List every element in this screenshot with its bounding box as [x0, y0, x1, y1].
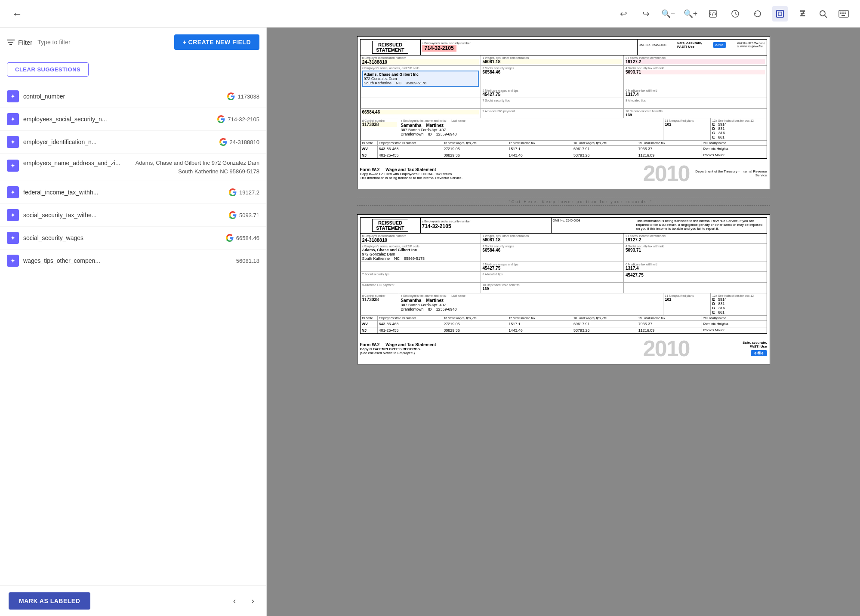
field-name: wages_tips_other_compen... — [23, 257, 231, 264]
treasury-label: Department of the Treasury—Internal Reve… — [690, 169, 767, 177]
box4-value: 5093.71 — [626, 70, 765, 74]
field-item-federal-tax[interactable]: ✦ federal_income_tax_withh... 19127.2 — [0, 181, 266, 204]
field-name: employers_name_address_and_zi... — [23, 159, 125, 168]
box6-value: 1317.4 — [626, 92, 765, 97]
clear-suggestions-button[interactable]: CLEAR SUGGESTIONS — [7, 62, 89, 77]
row-ein: b Employer identification number 24-3188… — [360, 55, 767, 66]
filter-icon — [7, 39, 15, 45]
ein-cell-2: b Employer identification number 24-3188… — [361, 234, 481, 243]
svg-rect-13 — [842, 15, 845, 16]
svg-line-5 — [825, 15, 827, 18]
field-item-wages[interactable]: ✦ wages_tips_other_compen... 56081.18 — [0, 249, 266, 272]
svg-rect-3 — [778, 12, 782, 15]
local-tax1-2: 7935.37 — [637, 321, 702, 327]
employee-name-cell: e Employee's first name and initial Last… — [399, 118, 663, 140]
locality1-2: Dominic Heights — [702, 321, 767, 327]
reissued-box-2: REISSUEDSTATEMENT — [361, 218, 421, 233]
redo-button[interactable]: ↪ — [638, 6, 653, 22]
field-value: 1173038 — [227, 92, 259, 100]
local-wages1-2: 69617.91 — [572, 321, 637, 327]
employee-city-2: Brandontown ID 12359-6940 — [401, 307, 661, 311]
employee-name-2: Samantha Martinez — [401, 298, 661, 303]
select-button[interactable] — [772, 6, 788, 22]
local-wages2: 53793.26 — [572, 152, 637, 158]
w2-2-row-medicare: 5 Medicare wages and tips 45427.75 6 Med… — [360, 262, 767, 272]
refresh-button[interactable] — [750, 6, 765, 22]
local-wages1: 69617.91 — [572, 146, 637, 152]
box11-cell: 11 Nonqualified plans 102 — [663, 118, 711, 140]
box6-cell: 6 Medicare tax withheld 1317.4 — [624, 88, 767, 98]
prev-button[interactable]: ‹ — [230, 592, 240, 609]
field-item-ein[interactable]: ✦ employer_identification_n... 24-318881… — [0, 131, 266, 154]
back-button[interactable]: ← — [9, 4, 26, 23]
field-item-ss-wages[interactable]: ✦ social_security_wages 66584.46 — [0, 227, 266, 249]
field-icon-star: ✦ — [7, 186, 19, 198]
code-button[interactable] — [705, 6, 721, 22]
field-item-ssn[interactable]: ✦ employees_social_security_n... 714-32-… — [0, 108, 266, 131]
row-ss-tips: 7 Social security tips 8 Allocated tips — [360, 98, 767, 109]
box7-cell: 7 Social security tips — [481, 98, 624, 108]
ein-cell: b Employer identification number 24-3188… — [361, 55, 481, 65]
field-icon-star: ✦ — [7, 90, 19, 102]
box6-cell-2: 6 Medicare tax withheld 1317.4 — [624, 262, 767, 271]
next-button[interactable]: › — [248, 592, 258, 609]
efile-badge-2: e•file — [751, 350, 767, 356]
field-icon-star: ✦ — [7, 113, 19, 125]
toolbar-right — [815, 6, 851, 22]
spacer-cell2 — [361, 98, 481, 108]
field-item-control-number[interactable]: ✦ control_number 1173038 — [0, 85, 266, 108]
local-wages-label-2: 18 Local wages, tips, etc. — [572, 316, 637, 320]
google-icon — [227, 92, 235, 100]
mark-labeled-button[interactable]: MARK AS LABELED — [9, 592, 90, 610]
box11-value-2: 102 — [665, 297, 672, 302]
box2-cell-2: 2 Federal income tax withheld 19127.2 — [624, 234, 767, 243]
ssn-header-cell: a Employee's social security number 714-… — [421, 40, 638, 55]
box5-cell: 5 Medicare wages and tips 45427.75 — [481, 88, 624, 98]
filter-text: Filter — [18, 39, 32, 46]
local-tax2-2: 11216.09 — [637, 327, 702, 333]
svg-rect-8 — [842, 12, 844, 12]
wages-state2: 30829.36 — [442, 152, 507, 158]
box12d-row: E 661 — [712, 135, 765, 139]
ssn-repeat-cell: 66584.46 — [361, 109, 481, 118]
field-item-ss-tax[interactable]: ✦ social_security_tax_withe... 5093.71 — [0, 204, 266, 227]
create-field-button[interactable]: + CREATE NEW FIELD — [174, 34, 259, 50]
cursor-button[interactable]: Ƶ — [795, 6, 810, 22]
google-icon — [219, 138, 227, 146]
box4-label: 4 Social security tax withheld — [626, 67, 765, 70]
keyboard-button[interactable] — [836, 6, 851, 22]
zoom-in-button[interactable]: 🔍+ — [683, 6, 698, 22]
box3-cell-2: 3 Social security wages 66584.46 — [481, 244, 624, 262]
history-button[interactable] — [727, 6, 743, 22]
zoom-out-button[interactable]: 🔍− — [660, 6, 676, 22]
box1-label: 1 Wages, tips, other compensation — [483, 56, 622, 59]
field-icon-star: ✦ — [7, 255, 19, 267]
local-tax1: 7935.37 — [637, 146, 702, 152]
box1-value-2: 56081.18 — [483, 237, 622, 242]
box2-label-2: 2 Federal income tax withheld — [626, 234, 765, 237]
field-value: 24-3188810 — [219, 138, 259, 146]
field-item-employer-addr[interactable]: ✦ employers_name_address_and_zi... Adams… — [0, 154, 266, 181]
row-state-1: WV 643-86-468 27219.05 1517.1 69617.91 7… — [360, 146, 767, 152]
state-label-2: 15 State — [361, 316, 378, 320]
svg-rect-12 — [845, 13, 846, 14]
toolbar: ← ↩ ↪ 🔍− 🔍+ Ƶ — [0, 0, 860, 28]
omb-label-2: OMB No. 1545-0008 — [553, 219, 580, 222]
employer-street: 972 Gonzalez Dam — [364, 77, 477, 81]
ein-label: b Employer identification number — [362, 56, 479, 59]
undo-button[interactable]: ↩ — [616, 6, 631, 22]
filter-input[interactable] — [37, 39, 169, 46]
spacer-cell-2 — [361, 262, 481, 271]
w2-footer-2: Form W-2 Wage and Tax Statement Copy C F… — [360, 336, 767, 361]
ssn-header-value: 714-32-2105 — [422, 45, 456, 52]
employee-city: Brandontown ID 12359-6940 — [401, 132, 661, 136]
field-name: federal_income_tax_withh... — [23, 189, 224, 196]
field-icon-star: ✦ — [7, 232, 19, 244]
search-button[interactable] — [815, 6, 831, 22]
box4-cell: 4 Social security tax withheld 5093.71 — [624, 66, 767, 88]
box5-value: 45427.75 — [483, 92, 622, 97]
w2-2-row-ss-tips: 7 Social security tips 8 Allocated tips … — [360, 272, 767, 283]
employee-name-cell-2: e Employee's first name and initial Last… — [399, 293, 663, 315]
box10-value: 139 — [626, 113, 632, 117]
box5-cell-2: 5 Medicare wages and tips 45427.75 — [481, 262, 624, 271]
